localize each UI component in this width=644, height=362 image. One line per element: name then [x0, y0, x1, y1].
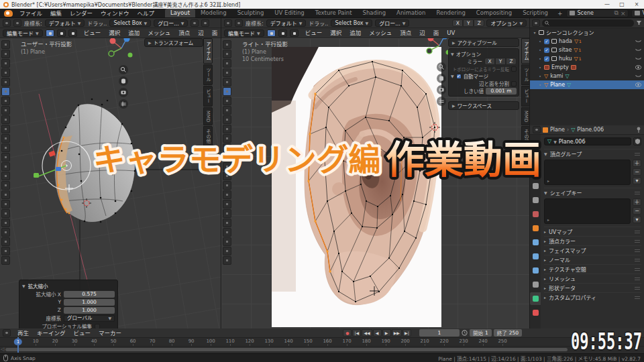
viewport-menu-メッシュ[interactable]: メッシュ [144, 28, 174, 38]
workspace-tab-Compositing[interactable]: Compositing [471, 9, 517, 17]
rotate-tool-button[interactable] [1, 97, 10, 105]
viewport-menu-頂点[interactable]: 頂点 [174, 28, 194, 38]
add-shape-key-button[interactable]: ＋ [633, 198, 641, 206]
properties-tab-object[interactable] [530, 222, 541, 235]
auto-merge-checkbox[interactable]: ✓ [456, 74, 462, 79]
spin-tool-button[interactable] [223, 209, 231, 218]
vertex-select-mode-button[interactable] [267, 29, 276, 37]
edge-select-mode-button[interactable] [57, 29, 66, 37]
topology-mirror-checkbox[interactable] [511, 66, 517, 72]
scale-tool-button[interactable] [223, 106, 231, 115]
region-arrow-icon[interactable]: ◁ [1, 347, 4, 352]
knife-tool-button[interactable] [1, 190, 10, 199]
viewport-center[interactable]: 座標系: デフォルト▼ ドラッ.. Select Box▼ グロー...▼ X … [221, 18, 530, 328]
current-frame-field[interactable]: 1 [419, 329, 460, 337]
display-mode-icon[interactable] [532, 19, 540, 27]
visibility-eye-closed[interactable] [635, 39, 641, 44]
tweak-tool-button[interactable] [223, 40, 231, 49]
sidebar-tab-MMD[interactable]: MMD [521, 107, 530, 125]
extrude-region-tool-button[interactable] [223, 153, 231, 162]
expand-dot[interactable]: • [538, 56, 542, 61]
properties-tab-constraints[interactable] [530, 278, 541, 291]
add-cube-tool-button[interactable] [223, 143, 231, 152]
select-tool-dropdown[interactable]: Select Box▼ [331, 19, 372, 27]
add-cube-tool-button[interactable] [1, 143, 10, 152]
timeline-menu-マーカー[interactable]: マーカー [95, 328, 125, 338]
proportional-edit-icon[interactable] [201, 19, 209, 27]
active-tool-panel-collapsed[interactable]: ▶アクティブツール [448, 38, 519, 47]
shear-tool-button[interactable] [223, 247, 231, 255]
eye-closed-icon[interactable] [635, 48, 641, 52]
inset-faces-tool-button[interactable] [1, 162, 10, 171]
sidebar-tab-その他[interactable]: その他 [203, 126, 213, 147]
shrink-fatten-tool-button[interactable] [223, 237, 231, 246]
collection-checkbox[interactable]: ✓ [544, 48, 549, 53]
loop-cut-tool-button[interactable] [1, 181, 10, 190]
fake-user-button[interactable] [633, 137, 641, 145]
threshold-value-field[interactable]: 0.001 m [486, 88, 517, 95]
maximize-button[interactable]: □ [614, 0, 629, 9]
shrink-fatten-tool-button[interactable] [1, 237, 10, 246]
menu-ヘルプ[interactable]: ヘルプ [133, 9, 159, 18]
scale-x-field[interactable]: 0.575 [64, 291, 115, 298]
rip-region-tool-button[interactable] [1, 256, 10, 265]
eye-closed-icon[interactable] [635, 74, 641, 78]
bevel-tool-button[interactable] [223, 172, 231, 180]
breadcrumb-data[interactable]: Plane.006 [577, 127, 604, 133]
split-edges-checkbox[interactable] [511, 81, 517, 86]
workspace-tab-Texture Paint[interactable]: Texture Paint [310, 9, 358, 17]
sidebar-tab-ツール[interactable]: ツール [521, 64, 530, 85]
properties-tab-scene[interactable] [530, 194, 541, 206]
transform-tool-button[interactable] [223, 115, 231, 124]
mesh-name-field[interactable]: ▽ ▼ Plane.006 [544, 137, 631, 145]
mirror-y-toggle[interactable]: Y [495, 58, 506, 65]
face-select-mode-button[interactable] [290, 29, 299, 37]
mode-dropdown-center[interactable]: 編集モード▼ [224, 29, 264, 37]
menu-レンダー[interactable]: レンダー [66, 9, 97, 18]
section-形状データ[interactable]: ▸形状データ [544, 283, 641, 292]
knife-tool-button[interactable] [223, 190, 231, 199]
jump-to-start-button[interactable]: |◀ [352, 329, 361, 337]
outliner-item-sitae[interactable]: •✓sitae▽1 [530, 46, 644, 54]
options-panel-header[interactable]: ▼オプション [451, 50, 517, 58]
scene-selector[interactable]: Scene ⧉ × [566, 9, 629, 17]
eye-open-icon[interactable] [635, 82, 641, 87]
shape-keys-header[interactable]: ▼シェイプキー [544, 188, 641, 197]
properties-tab-render[interactable] [530, 152, 541, 164]
menu-編集[interactable]: 編集 [46, 9, 66, 18]
expand-dot[interactable]: • [538, 82, 542, 87]
transform-panel-collapsed[interactable]: ▶トランスフォーム [144, 38, 203, 47]
jump-to-end-button[interactable]: ▶| [402, 329, 411, 337]
move-tool-button[interactable] [223, 87, 231, 96]
outliner-item-Empty[interactable]: •Empty [530, 63, 644, 72]
collection-checkbox[interactable]: ✓ [544, 39, 549, 44]
filter-icon[interactable] [636, 20, 642, 25]
new-scene-icon[interactable]: ⧉ [614, 9, 618, 17]
visibility-eye-open[interactable] [635, 82, 641, 87]
prev-keyframe-button[interactable]: ◀◀ [362, 329, 372, 337]
edge-slide-tool-button[interactable] [223, 228, 231, 237]
properties-tab-physics[interactable] [530, 264, 541, 277]
sidebar-tab-ツール[interactable]: ツール [203, 64, 213, 85]
properties-tab-material[interactable] [530, 306, 541, 319]
properties-tab-world[interactable] [530, 208, 541, 221]
viewport-menu-頂点[interactable]: 頂点 [396, 28, 415, 38]
viewport-menu-辺[interactable]: 辺 [415, 28, 429, 38]
poly-build-tool-button[interactable] [223, 200, 231, 208]
mirror-y-button[interactable]: Y [463, 19, 474, 27]
editor-type-icon[interactable] [3, 329, 11, 337]
annotate-tool-button[interactable] [223, 125, 231, 133]
editor-type-icon[interactable] [533, 126, 541, 133]
pin-icon[interactable] [636, 127, 641, 133]
viewport-menu-面[interactable]: 面 [208, 28, 221, 38]
workspace-tab-Layout[interactable]: Layout [165, 9, 195, 17]
viewport-menu-追加[interactable]: 追加 [345, 28, 365, 38]
viewport-menu-選択[interactable]: 選択 [105, 28, 124, 38]
auto-merge-header[interactable]: ▼ ✓ 自動マージ [451, 72, 517, 80]
record-button[interactable]: ● [343, 329, 352, 337]
viewport-menu-ビュー[interactable]: ビュー [80, 28, 105, 38]
tool-options-icon[interactable] [235, 19, 243, 27]
workspace-tab-UV Editing[interactable]: UV Editing [269, 9, 309, 17]
section-頂点カラー[interactable]: ▸頂点カラー [544, 236, 641, 245]
face-select-mode-button[interactable] [68, 29, 77, 37]
